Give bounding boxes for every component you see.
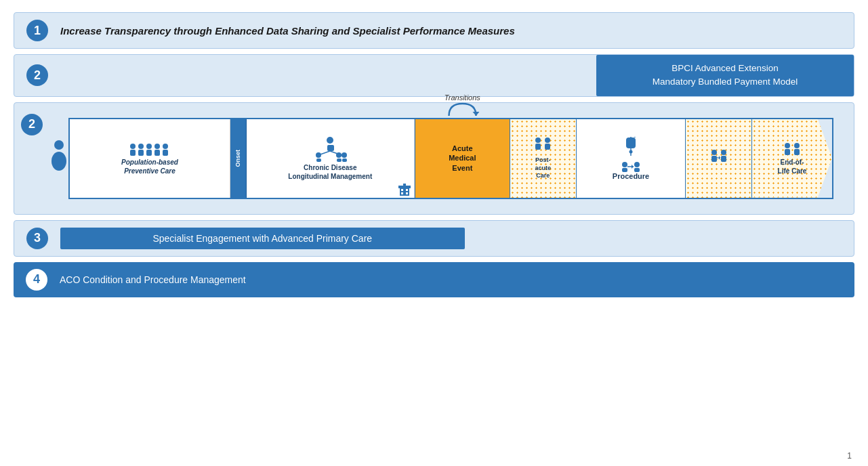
svg-point-52 <box>794 143 800 148</box>
svg-point-33 <box>545 137 550 143</box>
seg-onset: Onset <box>230 119 247 198</box>
svg-rect-35 <box>626 137 636 148</box>
seg-acute-label: AcuteMedicalEvent <box>449 144 476 173</box>
row-4-text: Specialist Engagement with Advanced Prim… <box>60 228 465 249</box>
row-2-container: 2 BPCI Advanced Extension Mandatory Bund… <box>14 54 854 97</box>
svg-point-37 <box>629 150 633 153</box>
seg-acute: Transitions AcuteMedicalEvent <box>415 119 510 198</box>
seg-onset-label: Onset <box>234 150 241 167</box>
seg-eol: End-of-Life Care <box>752 119 832 198</box>
seg-procedure: Procedure <box>577 119 686 198</box>
svg-point-40 <box>634 162 640 167</box>
svg-point-46 <box>721 150 726 155</box>
svg-rect-19 <box>337 158 342 162</box>
svg-rect-26 <box>401 189 403 191</box>
svg-rect-29 <box>406 192 408 194</box>
svg-rect-3 <box>130 150 136 156</box>
svg-rect-13 <box>327 145 334 151</box>
svg-rect-47 <box>721 156 726 162</box>
row-2-number: 2 <box>26 64 48 86</box>
seg-eol-label: End-of-Life Care <box>778 158 807 175</box>
svg-point-44 <box>711 150 717 155</box>
row-1-container: 1 Increase Transparency through Enhanced… <box>14 12 854 49</box>
row-1-number: 1 <box>26 20 48 41</box>
svg-marker-43 <box>632 165 634 169</box>
svg-point-4 <box>138 144 144 149</box>
svg-rect-45 <box>711 156 717 162</box>
svg-marker-49 <box>719 156 720 160</box>
transitions-area: Transitions <box>445 93 480 120</box>
svg-rect-5 <box>138 150 144 156</box>
transitions-label: Transitions <box>445 93 480 102</box>
svg-rect-7 <box>146 150 152 156</box>
seg-postacute: Post-acuteCare <box>510 119 577 198</box>
seg-chronic: Chronic DiseaseLongitudinal Management <box>247 119 415 198</box>
svg-point-1 <box>51 152 66 171</box>
svg-point-50 <box>785 143 790 148</box>
diagram-inner: Population-basedPreventive Care Onset <box>49 108 848 209</box>
person-figure-left <box>49 138 68 179</box>
seg-chronic-label: Chronic DiseaseLongitudinal Management <box>288 163 372 181</box>
svg-marker-30 <box>472 112 479 116</box>
svg-rect-53 <box>794 149 800 155</box>
svg-point-6 <box>146 144 152 149</box>
row-5-container: 4 ACO Condition and Procedure Management <box>14 262 854 297</box>
page-number: 1 <box>847 451 852 461</box>
row-1-title: Increase Transparency through Enhanced D… <box>60 25 515 37</box>
row-5-text: ACO Condition and Procedure Management <box>60 274 246 285</box>
svg-point-38 <box>622 162 627 167</box>
svg-point-10 <box>163 144 168 149</box>
bpci-line2: Mandatory Bundled Payment Model <box>653 75 798 89</box>
svg-rect-51 <box>785 149 790 155</box>
row-4-number: 3 <box>26 228 48 249</box>
seg-postprocedure <box>686 119 752 198</box>
row-4-container: 3 Specialist Engagement with Advanced Pr… <box>14 220 854 257</box>
svg-rect-11 <box>163 150 168 156</box>
svg-rect-34 <box>545 144 550 150</box>
svg-rect-28 <box>401 192 403 194</box>
svg-point-16 <box>316 152 321 158</box>
row-5-number: 4 <box>26 269 47 291</box>
svg-rect-25 <box>403 184 406 187</box>
seg-pop-label: Population-basedPreventive Care <box>121 158 178 175</box>
svg-rect-21 <box>342 158 347 162</box>
svg-rect-27 <box>406 189 408 191</box>
seg-postacute-label: Post-acuteCare <box>535 156 552 180</box>
svg-point-31 <box>535 137 541 143</box>
svg-rect-32 <box>535 144 541 150</box>
segments-container: Population-basedPreventive Care Onset <box>68 118 833 199</box>
seg-procedure-label: Procedure <box>613 172 649 180</box>
svg-point-2 <box>130 144 136 149</box>
bpci-box: BPCI Advanced Extension Mandatory Bundle… <box>596 55 854 96</box>
svg-rect-9 <box>154 150 160 156</box>
svg-point-12 <box>327 137 333 144</box>
svg-point-0 <box>54 140 64 150</box>
svg-rect-17 <box>316 158 321 162</box>
svg-point-8 <box>154 144 160 149</box>
seg-population: Population-basedPreventive Care <box>70 119 230 198</box>
row-3-number: 2 <box>21 114 43 135</box>
row-3-container: 2 <box>14 102 854 215</box>
bpci-line1: BPCI Advanced Extension <box>671 62 779 75</box>
